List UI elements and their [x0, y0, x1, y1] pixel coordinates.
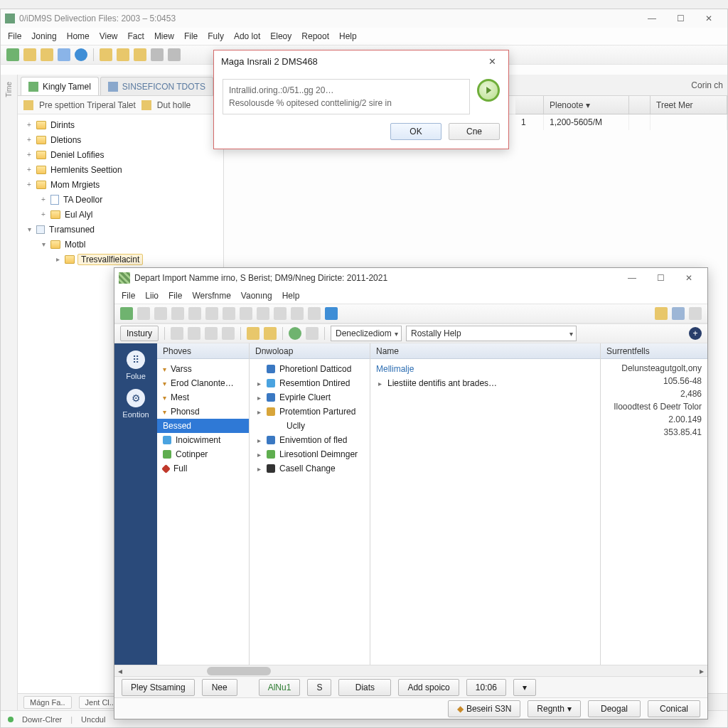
scroll-right-icon[interactable]: ▸	[696, 665, 707, 677]
ok-button[interactable]: OK	[390, 123, 441, 140]
flag-icon[interactable]	[188, 327, 200, 340]
search-icon[interactable]	[291, 307, 304, 320]
tree-twisty-icon[interactable]: +	[25, 181, 33, 188]
toolbar-icon[interactable]	[137, 307, 150, 320]
pane-header[interactable]: Surrentfells	[601, 343, 707, 359]
list-item[interactable]: ▸Enivemtion of fled	[250, 433, 370, 447]
instury-button[interactable]: Instury	[120, 326, 159, 341]
tree-row[interactable]: +Deniel Lofifies	[18, 147, 223, 162]
grid-row[interactable]: 1 1,200-5605/M	[515, 114, 727, 130]
forward-icon[interactable]	[264, 327, 277, 340]
tree-row[interactable]: +Mom Mrgiets	[18, 177, 223, 192]
tree-twisty-icon[interactable]: +	[39, 196, 48, 203]
deogal-button[interactable]: Deogal	[588, 700, 641, 717]
tab-active[interactable]: Kingly Tamel	[21, 77, 99, 95]
combo-denecl[interactable]: Deneclizediom	[331, 326, 402, 341]
folder-icon[interactable]	[655, 307, 668, 320]
close-button[interactable]: ✕	[695, 9, 723, 28]
add-spoico-button[interactable]: Add spoico	[398, 679, 459, 696]
grid-header-cell[interactable]	[629, 96, 651, 114]
list-item[interactable]: ▸Casell Change	[250, 461, 370, 476]
list-item[interactable]: ▸Resemtion Dntired	[250, 376, 370, 390]
sec-maximize-button[interactable]: ☐	[646, 269, 675, 287]
prev-icon[interactable]	[171, 327, 183, 340]
list-item[interactable]: ▸Evpirle Cluert	[250, 390, 370, 405]
pane-header[interactable]: Dnwoloap	[250, 343, 370, 359]
list-item[interactable]: ▾Erod Clanonte…	[157, 376, 249, 390]
menu-item[interactable]: File	[168, 291, 182, 301]
tree-row[interactable]: +TA Deollor	[18, 192, 223, 207]
list-item[interactable]: Mellimalje	[370, 362, 600, 376]
toolbar-icon[interactable]	[41, 48, 53, 61]
scroll-left-icon[interactable]: ◂	[114, 665, 126, 677]
list-icon[interactable]	[222, 327, 235, 340]
toolbar-icon[interactable]	[168, 48, 181, 61]
tree-twisty-icon[interactable]: ▾	[25, 225, 33, 233]
tree-twisty-icon[interactable]: +	[25, 121, 33, 129]
menu-item[interactable]: File	[184, 31, 198, 41]
menu-item[interactable]: Help	[282, 291, 300, 301]
tree-row[interactable]: ▸Tresvallfielacint	[18, 252, 223, 267]
navrail-item-folue[interactable]: ⠿ Folue	[126, 350, 146, 380]
list-item[interactable]: Uclly	[250, 419, 370, 433]
menu-item[interactable]: Home	[67, 31, 90, 41]
menu-item[interactable]: Wersfnme	[192, 291, 230, 301]
menu-item[interactable]: Vaonıng	[241, 291, 272, 301]
list-item[interactable]: ▾Phonsd	[157, 405, 249, 419]
pane-header[interactable]: Phoves	[157, 343, 249, 359]
cancel-button[interactable]: Cne	[449, 123, 500, 140]
s-button[interactable]: S	[307, 679, 331, 696]
tree-row[interactable]: ▾Motbl	[18, 237, 223, 252]
menu-item[interactable]: View	[100, 31, 118, 41]
toolbar-icon[interactable]	[240, 307, 252, 320]
conical-button[interactable]: Conical	[648, 700, 700, 717]
toolbar-icon[interactable]	[257, 307, 269, 320]
list-item[interactable]: Full	[157, 461, 249, 476]
tree-row[interactable]: ▾Tıramsuned	[18, 222, 223, 237]
list-item[interactable]: ▾Varss	[157, 362, 249, 376]
tree-twisty-icon[interactable]: +	[39, 210, 48, 218]
flag-icon[interactable]	[672, 307, 685, 320]
play-streaming-button[interactable]: Pley Stsaming	[122, 679, 195, 696]
menu-item[interactable]: Eleoy	[270, 31, 291, 41]
tree-row[interactable]: +Eul Alyl	[18, 207, 223, 222]
grid-header-cell[interactable]: Treet Mer	[651, 96, 727, 114]
list-item[interactable]: ▸Liresotionl Deimnger	[250, 447, 370, 461]
list-item[interactable]: Cotinper	[157, 447, 249, 461]
folder-icon[interactable]	[134, 48, 146, 61]
navrail-item-eontion[interactable]: ⚙ Eontion	[122, 389, 149, 419]
toolbar-icon[interactable]	[325, 307, 338, 320]
grid-header-cell[interactable]	[515, 96, 544, 114]
regnth-button[interactable]: Regnth▾	[528, 700, 581, 717]
tree-twisty-icon[interactable]: ▾	[39, 240, 48, 248]
time-dropdown[interactable]: ▾	[513, 679, 536, 696]
menu-item[interactable]: Miew	[154, 31, 174, 41]
tree-twisty-icon[interactable]: +	[25, 166, 33, 173]
tree-row[interactable]: +Dletions	[18, 132, 223, 147]
menu-item[interactable]: Liio	[145, 291, 159, 301]
grid-header-cell[interactable]: Plenoote ▾	[544, 96, 629, 114]
maximize-button[interactable]: ☐	[666, 9, 695, 28]
sec-close-button[interactable]: ✕	[675, 269, 703, 287]
toolbar-icon[interactable]	[6, 48, 19, 61]
toolbar-icon[interactable]	[23, 48, 36, 61]
pane-header[interactable]: Name	[370, 343, 600, 359]
folder-icon[interactable]	[100, 48, 112, 61]
horizontal-scrollbar[interactable]: ◂ ▸	[114, 665, 707, 676]
refresh-icon[interactable]	[289, 327, 301, 340]
tree-twisty-icon[interactable]: +	[25, 151, 33, 159]
scroll-thumb[interactable]	[207, 667, 271, 675]
toolbar-icon[interactable]	[58, 48, 70, 61]
menu-item[interactable]: File	[122, 291, 135, 301]
subbar-right[interactable]: Dut holle	[157, 100, 191, 110]
dialog-close-button[interactable]: ✕	[483, 53, 501, 69]
list-item[interactable]: ▸Protemtion Partured	[250, 405, 370, 419]
subbar-left[interactable]: Pre spettion Triperal Talet	[39, 100, 136, 110]
nee-button[interactable]: Nee	[202, 679, 237, 696]
time-field[interactable]: 10:06	[466, 679, 506, 696]
tree-twisty-icon[interactable]: ▸	[53, 255, 62, 263]
toolbar-icon[interactable]	[689, 307, 702, 320]
tree-row[interactable]: +Dirints	[18, 117, 223, 132]
back-icon[interactable]	[247, 327, 259, 340]
combo-help[interactable]: Rostally Help	[406, 326, 577, 341]
